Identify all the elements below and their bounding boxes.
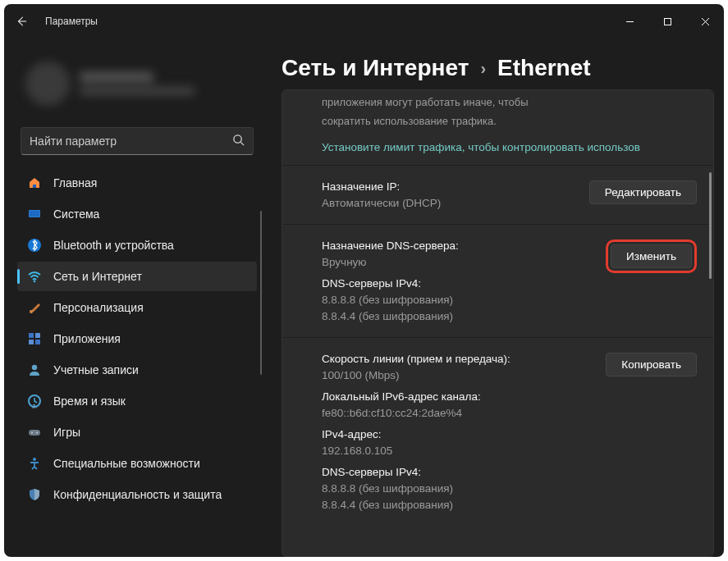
sidebar-scrollbar[interactable] [260,211,262,375]
apps-icon [27,331,42,346]
edit-dns-highlight: Изменить [606,239,697,273]
sidebar-item-label: Учетные записи [53,363,139,376]
dns-server-1: 8.8.8.8 (без шифрования) [322,294,594,306]
sidebar-item-apps[interactable]: Приложения [17,324,257,353]
breadcrumb-parent[interactable]: Сеть и Интернет [282,55,469,81]
svg-point-21 [36,432,38,434]
ipv6-label: Локальный IPv6-адрес канала: [322,390,594,403]
section-dns-assignment: Назначение DNS-сервера: Вручную DNS-серв… [282,224,713,337]
maximize-button[interactable] [648,4,686,39]
main-content: Сеть и Интернет › Ethernet приложения мо… [263,39,724,557]
brush-icon [27,300,42,315]
settings-panel: приложения могут работать иначе, чтобы с… [282,89,714,557]
sidebar-item-system[interactable]: Система [17,199,257,229]
chevron-right-icon: › [480,59,486,78]
svg-point-10 [34,280,36,283]
sidebar-item-shield[interactable]: Конфиденциальность и защита [17,480,257,509]
svg-rect-14 [29,340,34,344]
section-ip-assignment: Назначение IP: Автоматически (DHCP) Реда… [282,165,713,224]
system-icon [27,207,42,221]
svg-rect-15 [35,340,40,344]
copy-button[interactable]: Копировать [606,353,697,376]
sidebar-item-time[interactable]: あВремя и язык [17,386,257,416]
games-icon [27,425,42,440]
time-icon: あ [27,394,42,408]
sidebar-item-wifi[interactable]: Сеть и Интернет [17,262,257,291]
svg-rect-6 [33,185,36,188]
breadcrumb-current: Ethernet [497,55,591,81]
svg-rect-1 [664,18,671,25]
dns-title: Назначение DNS-сервера: [322,239,594,252]
sidebar-item-account[interactable]: Учетные записи [17,355,257,385]
svg-point-11 [30,310,33,313]
sidebar-item-label: Главная [53,176,97,189]
sidebar-item-label: Приложения [53,332,121,345]
svg-text:あ: あ [32,404,37,408]
account-icon [27,363,42,377]
note-line: сократить использование трафика. [322,114,697,129]
search-box[interactable] [21,127,254,155]
sidebar-item-games[interactable]: Игры [17,417,257,447]
sidebar-item-label: Конфиденциальность и защита [53,488,222,501]
nav: ГлавнаяСистемаBluetooth и устройстваСеть… [17,168,257,509]
svg-point-4 [234,135,241,142]
dns4-label: DNS-серверы IPv4: [322,466,594,478]
svg-rect-12 [29,333,34,338]
svg-line-5 [240,142,244,145]
sidebar-item-bluetooth[interactable]: Bluetooth и устройства [17,230,257,260]
speed-label: Скорость линии (прием и передача): [322,353,594,365]
close-button[interactable] [686,4,724,39]
back-button[interactable] [16,16,27,27]
sidebar-item-label: Игры [53,426,80,439]
ip-title: Назначение IP: [322,180,578,193]
dns-value: Вручную [322,256,594,268]
window-controls [611,4,724,39]
sidebar-item-label: Bluetooth и устройства [53,239,174,252]
breadcrumb: Сеть и Интернет › Ethernet [282,55,714,81]
ipv4-label: IPv4-адрес: [322,428,594,440]
svg-point-22 [33,458,36,461]
edit-dns-button[interactable]: Изменить [611,244,692,268]
shield-icon [27,487,42,502]
access-icon [27,456,42,471]
avatar [25,62,70,106]
ipv4-value: 192.168.0.105 [322,445,594,457]
svg-point-20 [31,432,33,434]
sidebar-item-home[interactable]: Главная [17,168,257,198]
ipv6-value: fe80::b6d:cf10:cc24:2dae%4 [322,407,594,419]
dns-sub: DNS-серверы IPv4: [322,277,594,290]
user-block[interactable] [17,47,257,121]
speed-value: 100/100 (Mbps) [322,369,594,381]
sidebar-item-label: Сеть и Интернет [53,270,142,283]
sidebar-item-brush[interactable]: Персонализация [17,293,257,322]
section-connection-details: Скорость линии (прием и передача): 100/1… [282,337,713,526]
dns-server-2: 8.8.4.4 (без шифрования) [322,310,594,322]
titlebar: Параметры [4,4,724,39]
sidebar-item-access[interactable]: Специальные возможности [17,449,257,478]
svg-point-16 [32,365,37,370]
window-title: Параметры [45,16,98,27]
ip-value: Автоматически (DHCP) [322,197,578,209]
svg-rect-8 [30,211,39,217]
dns4-v2: 8.8.4.4 (без шифрования) [322,499,594,511]
search-icon [232,134,245,149]
dns4-v1: 8.8.8.8 (без шифрования) [322,482,594,495]
section-traffic-note: приложения могут работать иначе, чтобы с… [282,90,713,165]
sidebar-item-label: Специальные возможности [53,457,200,470]
sidebar: ГлавнаяСистемаBluetooth и устройстваСеть… [4,39,263,509]
bluetooth-icon [27,238,42,253]
svg-rect-13 [35,333,40,338]
note-line: приложения могут работать иначе, чтобы [322,95,697,110]
search-input[interactable] [30,135,232,148]
edit-ip-button[interactable]: Редактировать [589,180,697,204]
home-icon [27,176,42,190]
traffic-limit-link[interactable]: Установите лимит трафика, чтобы контроли… [322,141,697,153]
minimize-button[interactable] [611,4,648,39]
sidebar-item-label: Время и язык [53,395,126,408]
svg-rect-19 [29,430,40,436]
settings-window: Параметры ГлавнаяСистемаBluetooth и устр… [4,4,724,557]
panel-scrollbar[interactable] [709,172,712,279]
sidebar-item-label: Система [53,208,99,221]
wifi-icon [27,269,42,284]
sidebar-item-label: Персонализация [53,301,144,314]
